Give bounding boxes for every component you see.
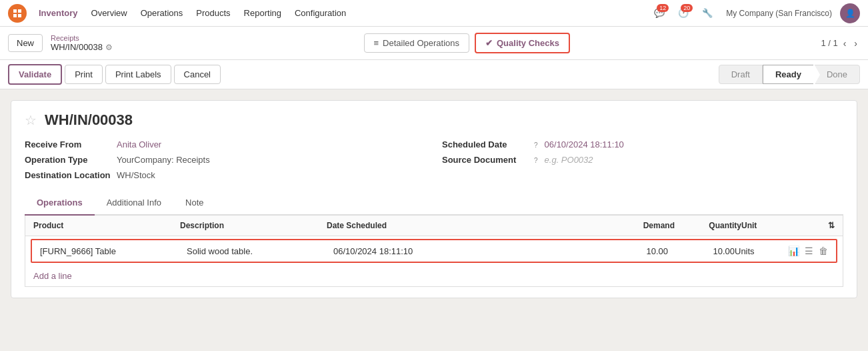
cell-product: [FURN_9666] Table [40, 246, 187, 256]
breadcrumb-bar: New Receipts WH/IN/00038 ⚙ ≡ Detailed Op… [0, 27, 868, 60]
cell-date-scheduled: 06/10/2024 18:11:10 [333, 246, 453, 256]
svg-rect-2 [13, 14, 17, 17]
status-draft[interactable]: Draft [719, 65, 763, 84]
cell-description: Solid wood table. [187, 246, 333, 256]
col-unit: Unit [741, 221, 795, 230]
tabs: Operations Additional Info Note [25, 191, 843, 216]
operation-type-field: Operation Type YourCompany: Receipts [25, 155, 426, 165]
scheduled-date-field: Scheduled Date ? 06/10/2024 18:11:10 [442, 139, 843, 149]
checkmark-icon: ✔ [485, 38, 493, 48]
nav-inventory[interactable]: Inventory [32, 0, 85, 27]
scheduled-date-help-icon: ? [534, 141, 538, 149]
list-icon: ≡ [374, 38, 379, 48]
status-done[interactable]: Done [814, 65, 860, 84]
cell-demand: 10.00 [453, 246, 668, 256]
source-document-field: Source Document ? e.g. PO0032 [442, 155, 843, 165]
operations-table: Product Description Date Scheduled Deman… [25, 216, 843, 287]
tab-note[interactable]: Note [173, 191, 215, 216]
nav-operations[interactable]: Operations [134, 0, 190, 27]
new-button[interactable]: New [8, 34, 43, 52]
col-quantity: Quantity [675, 221, 741, 230]
receive-from-label: Receive From [25, 139, 111, 149]
scheduled-date-label: Scheduled Date [442, 139, 529, 149]
chart-icon[interactable]: 📊 [788, 246, 799, 256]
activity-badge: 20 [681, 4, 693, 12]
status-ready[interactable]: Ready [763, 65, 814, 84]
row-actions: 📊 ☰ 🗑 [788, 246, 828, 256]
toolbar-center: ≡ Detailed Operations ✔ Quality Checks [364, 33, 570, 53]
table-header: Product Description Date Scheduled Deman… [25, 216, 843, 236]
scheduled-date-value[interactable]: 06/10/2024 18:11:10 [545, 139, 624, 149]
chat-badge: 12 [657, 4, 669, 12]
nav-overview[interactable]: Overview [85, 0, 134, 27]
breadcrumb-parent[interactable]: Receipts [51, 34, 113, 42]
record-id: WH/IN/00038 [51, 42, 103, 52]
tab-operations[interactable]: Operations [25, 191, 95, 216]
col-demand: Demand [447, 221, 675, 230]
destination-location-field: Destination Location WH/Stock [25, 170, 426, 180]
nav-configuration[interactable]: Configuration [288, 0, 353, 27]
top-navigation: Inventory Overview Operations Products R… [0, 0, 868, 27]
next-page-button[interactable]: › [851, 37, 860, 50]
cancel-button[interactable]: Cancel [174, 65, 221, 84]
breadcrumb-current: WH/IN/00038 ⚙ [51, 42, 113, 52]
operation-type-label: Operation Type [25, 155, 111, 165]
svg-rect-3 [18, 14, 21, 17]
record-form: ☆ WH/IN/00038 Receive From Anita Oliver … [11, 100, 857, 298]
source-document-help-icon: ? [534, 157, 538, 164]
app-logo [8, 4, 27, 23]
add-line-button[interactable]: Add a line [25, 266, 843, 286]
chat-icon-btn[interactable]: 💬 12 [649, 3, 670, 24]
favorite-icon[interactable]: ☆ [25, 112, 37, 128]
nav-reporting[interactable]: Reporting [237, 0, 288, 27]
col-description: Description [180, 221, 327, 230]
settings-icon-btn[interactable]: 🔧 [697, 3, 718, 24]
source-document-value[interactable]: e.g. PO0032 [545, 155, 593, 165]
company-name[interactable]: My Company (San Francisco) [721, 9, 837, 18]
list-detail-icon[interactable]: ☰ [805, 246, 813, 256]
print-labels-button[interactable]: Print Labels [105, 65, 171, 84]
page-number: 1 / 1 [821, 38, 837, 48]
print-button[interactable]: Print [65, 65, 103, 84]
quality-checks-label: Quality Checks [497, 38, 559, 48]
nav-products[interactable]: Products [189, 0, 237, 27]
receive-from-field: Receive From Anita Oliver [25, 139, 426, 149]
destination-location-value: WH/Stock [117, 170, 155, 180]
user-avatar[interactable]: 👤 [840, 3, 860, 23]
breadcrumb: Receipts WH/IN/00038 ⚙ [51, 34, 113, 52]
col-sort[interactable]: ⇅ [795, 221, 835, 230]
cell-unit: Units [735, 246, 788, 256]
svg-rect-0 [13, 9, 17, 13]
status-bar: Draft Ready Done [719, 65, 860, 84]
record-title: WH/IN/00038 [45, 111, 133, 129]
tab-additional-info[interactable]: Additional Info [95, 191, 173, 216]
col-date-scheduled: Date Scheduled [327, 221, 447, 230]
source-document-label: Source Document [442, 155, 529, 165]
table-row[interactable]: [FURN_9666] Table Solid wood table. 06/1… [31, 239, 837, 263]
destination-location-label: Destination Location [25, 170, 111, 180]
activity-icon-btn[interactable]: 🕐 20 [673, 3, 694, 24]
operation-type-value: YourCompany: Receipts [117, 155, 210, 165]
action-bar: Validate Print Print Labels Cancel Draft… [0, 60, 868, 89]
delete-icon[interactable]: 🗑 [819, 246, 828, 256]
col-product: Product [33, 221, 180, 230]
detailed-operations-button[interactable]: ≡ Detailed Operations [364, 33, 470, 53]
validate-button[interactable]: Validate [8, 64, 62, 85]
svg-rect-1 [18, 9, 21, 13]
pagination: 1 / 1 ‹ › [821, 37, 860, 50]
fields-grid: Receive From Anita Oliver Scheduled Date… [25, 139, 843, 180]
prev-page-button[interactable]: ‹ [841, 37, 849, 50]
cell-quantity: 10.00 [668, 246, 735, 256]
main-content: ☆ WH/IN/00038 Receive From Anita Oliver … [0, 89, 868, 309]
gear-icon[interactable]: ⚙ [105, 43, 113, 52]
receive-from-value[interactable]: Anita Oliver [117, 139, 161, 149]
wrench-icon: 🔧 [702, 8, 713, 18]
detailed-ops-label: Detailed Operations [383, 38, 459, 48]
quality-checks-button[interactable]: ✔ Quality Checks [475, 33, 570, 53]
